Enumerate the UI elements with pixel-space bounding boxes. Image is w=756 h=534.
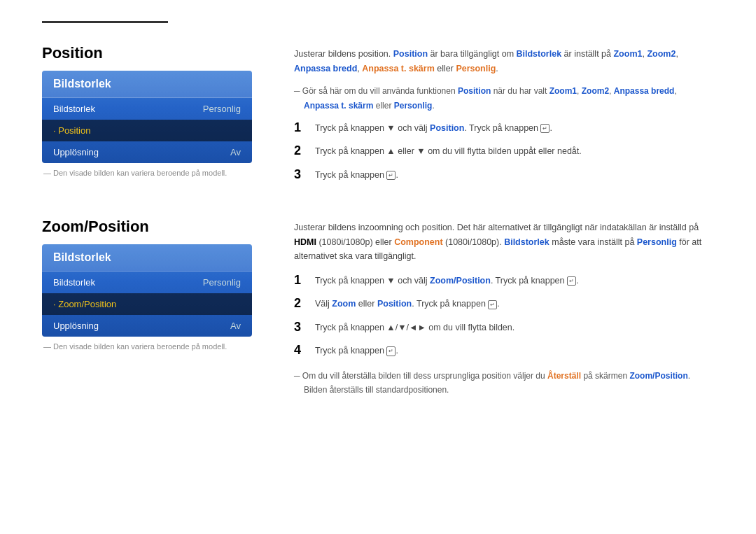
zoom-position-title: Zoom/Position: [42, 218, 266, 236]
position-menu-box: Bildstorlek Bildstorlek Personlig · Posi…: [42, 71, 252, 163]
zoom-position-steps: 1 Tryck på knappen ▼ och välj Zoom/Posit…: [294, 272, 714, 359]
position-note-dash: ─ Gör så här om du vill använda funktion…: [294, 84, 714, 113]
position-item-label-0: Bildstorlek: [53, 104, 95, 114]
top-divider: [42, 21, 168, 23]
zoom-position-menu-item-0[interactable]: Bildstorlek Personlig: [42, 272, 252, 293]
pos-nd4: Anpassa bredd: [614, 86, 675, 96]
section-zoom-position-left: Zoom/Position Bildstorlek Bildstorlek Pe…: [42, 218, 266, 402]
position-menu-item-1[interactable]: · Position: [42, 120, 252, 141]
section-zoom-position: Zoom/Position Bildstorlek Bildstorlek Pe…: [42, 218, 714, 402]
enter-icon-1: ↵: [540, 124, 550, 133]
position-step-1: 1 Tryck på knappen ▼ och välj Position. …: [294, 120, 714, 136]
position-item-label-1: · Position: [53, 125, 90, 136]
enter-icon-4: ↵: [488, 300, 497, 309]
enter-icon-3: ↵: [567, 276, 576, 286]
zoom-position-step-2: 2 Välj Zoom eller Position. Tryck på kna…: [294, 295, 714, 311]
pos-bold4: Zoom2: [647, 49, 676, 59]
section-zoom-position-right: Justerar bildens inzoomning och position…: [294, 218, 714, 402]
pos-bold3: Zoom1: [613, 49, 642, 59]
position-item-label-2: Upplösning: [53, 147, 99, 157]
zoom-position-footer-note: ─ Om du vill återställa bilden till dess…: [294, 369, 714, 398]
pos-bold7: Personlig: [456, 64, 496, 73]
position-item-value-2: Av: [230, 147, 241, 157]
page-container: Position Bildstorlek Bildstorlek Personl…: [0, 0, 756, 534]
zoom-position-step-4: 4 Tryck på knappen ↵.: [294, 342, 714, 358]
section-position: Position Bildstorlek Bildstorlek Personl…: [42, 44, 714, 190]
zp-bold3: Bildstorlek: [504, 237, 550, 247]
position-note: — Den visade bilden kan variera beroende…: [42, 169, 266, 177]
pos-nd1: Position: [458, 86, 491, 96]
position-menu-header: Bildstorlek: [42, 71, 252, 98]
pos-bold2: Bildstorlek: [517, 49, 562, 59]
zoom-position-item-label-2: Upplösning: [53, 321, 99, 331]
pos-bold1: Position: [393, 49, 428, 59]
zoom-position-menu-item-1[interactable]: · Zoom/Position: [42, 293, 252, 315]
pos-nd3: Zoom2: [582, 86, 609, 96]
zoom-position-menu-header: Bildstorlek: [42, 244, 252, 272]
zp-bold4: Personlig: [637, 237, 677, 247]
zp-reset: Återställ: [547, 371, 581, 381]
position-menu-item-0[interactable]: Bildstorlek Personlig: [42, 98, 252, 120]
zoom-position-description: Justerar bildens inzoomning och position…: [294, 220, 714, 264]
section-position-right: Justerar bildens position. Position är b…: [294, 44, 714, 190]
position-steps: 1 Tryck på knappen ▼ och välj Position. …: [294, 120, 714, 183]
zoom-position-item-label-0: Bildstorlek: [53, 277, 95, 288]
section-position-left: Position Bildstorlek Bildstorlek Personl…: [42, 44, 266, 190]
pos-nd6: Personlig: [394, 101, 433, 111]
position-item-value-0: Personlig: [203, 104, 241, 114]
position-menu-item-2[interactable]: Upplösning Av: [42, 141, 252, 163]
zoom-position-item-value-2: Av: [230, 321, 241, 331]
pos-bold5: Anpassa bredd: [294, 64, 357, 73]
zp-screen: Zoom/Position: [629, 371, 687, 381]
zoom-position-item-value-0: Personlig: [203, 277, 241, 288]
zoom-position-note: — Den visade bilden kan variera beroende…: [42, 342, 266, 351]
position-description: Justerar bildens position. Position är b…: [294, 47, 714, 76]
pos-nd5: Anpassa t. skärm: [304, 101, 373, 111]
zoom-position-step-1: 1 Tryck på knappen ▼ och välj Zoom/Posit…: [294, 272, 714, 288]
zp-bold1: HDMI: [294, 237, 316, 247]
zoom-position-step-3: 3 Tryck på knappen ▲/▼/◄► om du vill fly…: [294, 319, 714, 335]
zoom-position-menu-box: Bildstorlek Bildstorlek Personlig · Zoom…: [42, 244, 252, 337]
enter-icon-5: ↵: [386, 346, 396, 356]
zoom-position-item-label-1: · Zoom/Position: [53, 299, 116, 309]
pos-nd2: Zoom1: [550, 86, 577, 96]
pos-bold6: Anpassa t. skärm: [362, 64, 435, 73]
zoom-position-menu-item-2[interactable]: Upplösning Av: [42, 315, 252, 337]
zp-bold2: Component: [394, 237, 442, 247]
position-step-2: 2 Tryck på knappen ▲ eller ▼ om du vill …: [294, 143, 714, 159]
position-title: Position: [42, 44, 266, 62]
enter-icon-2: ↵: [386, 171, 396, 180]
position-step-3: 3 Tryck på knappen ↵.: [294, 167, 714, 183]
